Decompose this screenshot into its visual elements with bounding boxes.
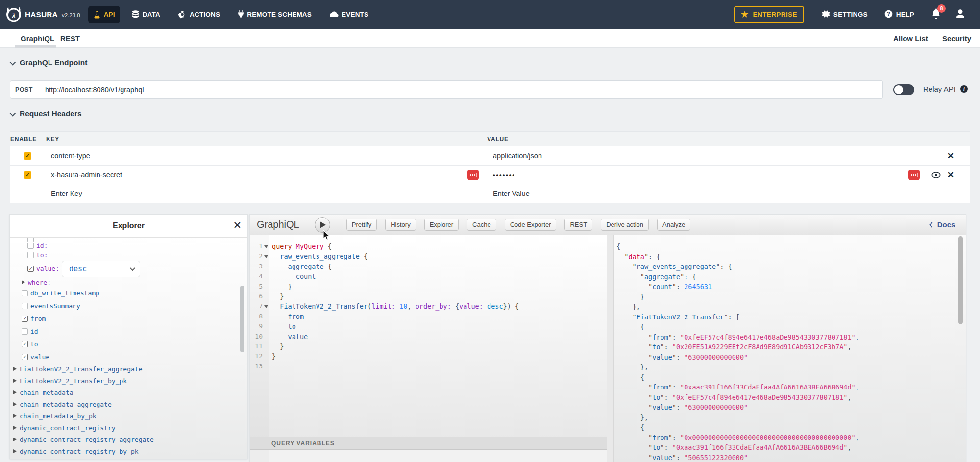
security-link[interactable]: Security	[942, 29, 971, 48]
header-enabled-checkbox[interactable]: ✓	[24, 171, 31, 179]
docs-button[interactable]: Docs	[919, 215, 966, 235]
explorer-item-dynamic-contract-registry-by-pk[interactable]: dynamic_contract_registry_by_pk	[10, 445, 247, 457]
toolbar-button-code-exporter[interactable]: Code Exporter	[505, 219, 557, 231]
top-navbar: λ HASURA v2.23.0 APIDATAACTIONSREMOTE SC…	[0, 0, 980, 29]
hasura-logo-icon[interactable]: λ	[5, 6, 22, 23]
unchecked-checkbox-icon	[22, 303, 28, 309]
explorer-item-value[interactable]: ✓value	[10, 350, 247, 363]
flask-icon	[93, 10, 101, 19]
explorer-item-label: dynamic_contract_registry	[20, 424, 116, 432]
endpoint-url-input[interactable]	[38, 80, 883, 99]
explorer-item-label: FiatTokenV2_2_Transfer_by_pk	[20, 377, 127, 385]
settings-button[interactable]: SETTINGS	[822, 10, 868, 20]
enterprise-button[interactable]: ★ ENTERPRISE	[734, 6, 804, 23]
explorer-item-FiatTokenV2-2-Transfer-by-pk[interactable]: FiatTokenV2_2_Transfer_by_pk	[10, 375, 247, 387]
line-number: 1	[259, 243, 263, 250]
query-editor[interactable]: 12345678910111213 query MyQuery { raw_ev…	[250, 235, 607, 437]
allow-list-link[interactable]: Allow List	[893, 29, 928, 48]
explorer-item-label: from	[30, 315, 46, 322]
explorer-item-id[interactable]: id	[10, 325, 247, 338]
gutter-line: 12	[250, 351, 269, 361]
variables-gutter	[250, 450, 269, 462]
code-line	[272, 362, 519, 371]
line-number: 8	[259, 313, 263, 320]
expand-arrow-icon	[13, 414, 17, 418]
password-manager-icon[interactable]	[908, 170, 920, 180]
nav-item-api[interactable]: API	[88, 6, 120, 23]
play-icon	[320, 221, 326, 228]
explorer-item-chain-metadata[interactable]: chain_metadata	[10, 387, 247, 398]
header-value-cell[interactable]: application/json✕	[487, 146, 970, 165]
explorer-item-chain-metadata-aggregate[interactable]: chain_metadata_aggregate	[10, 398, 247, 410]
relay-api-toggle[interactable]	[893, 84, 914, 95]
request-headers-heading[interactable]: Request Headers	[10, 109, 82, 118]
response-scrollbar[interactable]	[958, 236, 963, 324]
nav-item-label: REMOTE SCHEMAS	[247, 11, 312, 18]
explorer-item-label: to	[30, 340, 38, 348]
explorer-scrollbar[interactable]	[240, 286, 244, 352]
explorer-item-to[interactable]: ✓to	[10, 338, 247, 350]
new-header-key-input[interactable]: Enter Key	[46, 184, 487, 203]
explorer-item-FiatTokenV2-2-Transfer-aggregate[interactable]: FiatTokenV2_2_Transfer_aggregate	[10, 363, 247, 375]
header-value-cell[interactable]: •••••••✕	[487, 166, 970, 184]
explorer-item-where[interactable]: where:	[10, 278, 247, 287]
explorer-item-dynamic-contract-registry[interactable]: dynamic_contract_registry	[10, 422, 247, 434]
toolbar-button-prettify[interactable]: Prettify	[346, 219, 377, 231]
line-number: 5	[259, 283, 263, 290]
nav-item-events[interactable]: EVENTS	[329, 6, 368, 23]
remove-header-icon[interactable]: ✕	[947, 152, 954, 160]
nav-item-remote-schemas[interactable]: REMOTE SCHEMAS	[238, 6, 312, 23]
toolbar-button-history[interactable]: History	[385, 219, 416, 231]
explorer-item-label: eventsSummary	[30, 302, 80, 310]
header-enabled-checkbox[interactable]: ✓	[24, 152, 31, 160]
order-by-select[interactable]: desc	[62, 261, 140, 277]
query-variables-bar[interactable]: QUERY VARIABLES	[250, 437, 607, 450]
explorer-item-db-write-timestamp[interactable]: db_write_timestamp	[10, 287, 247, 299]
code-line: "FiatTokenV2_2_Transfer": [	[616, 312, 859, 322]
explorer-item-dynamic-contract-registry-aggregate[interactable]: dynamic_contract_registry_aggregate	[10, 434, 247, 445]
brand-name: HASURA	[25, 10, 58, 19]
checked-checkbox-icon: ✓	[22, 316, 28, 322]
user-menu-button[interactable]	[956, 9, 965, 21]
nav-item-actions[interactable]: ACTIONS	[178, 6, 220, 23]
remove-header-icon[interactable]: ✕	[947, 171, 954, 179]
password-manager-icon[interactable]	[467, 170, 479, 180]
toolbar-button-explorer[interactable]: Explorer	[424, 219, 459, 231]
toolbar-button-cache[interactable]: Cache	[467, 219, 496, 231]
nav-item-label: DATA	[143, 11, 160, 18]
toolbar-button-analyze[interactable]: Analyze	[657, 219, 690, 231]
fold-arrow-icon[interactable]	[264, 255, 268, 258]
fold-arrow-icon[interactable]	[264, 245, 268, 248]
editor-result-divider[interactable]	[607, 235, 614, 462]
header-key-cell[interactable]: content-type	[46, 146, 487, 165]
explorer-tree: id:to:✓value:descwhere:db_write_timestam…	[10, 238, 247, 459]
tab-rest[interactable]: REST	[60, 29, 80, 48]
toolbar-button-rest[interactable]: REST	[564, 219, 592, 231]
request-headers-title: Request Headers	[20, 109, 82, 118]
toolbar-button-derive-action[interactable]: Derive action	[601, 219, 649, 231]
clipped-checkbox-icon	[27, 238, 34, 242]
reveal-value-eye-icon[interactable]	[931, 172, 941, 178]
query-variables-editor[interactable]	[250, 450, 607, 462]
explorer-item-from[interactable]: ✓from	[10, 312, 247, 325]
new-header-value-input[interactable]: Enter Value	[487, 184, 970, 203]
help-button[interactable]: ? HELP	[884, 10, 914, 20]
explorer-item-eventsSummary[interactable]: eventsSummary	[10, 299, 247, 312]
explorer-item-value[interactable]: ✓value:desc	[10, 260, 247, 278]
explorer-close-icon[interactable]: ✕	[233, 220, 242, 230]
expand-arrow-icon	[22, 280, 25, 284]
page: λ HASURA v2.23.0 APIDATAACTIONSREMOTE SC…	[0, 0, 980, 462]
info-icon[interactable]: i	[960, 85, 968, 93]
header-key-cell[interactable]: x-hasura-admin-secret	[46, 166, 487, 184]
nav-item-data[interactable]: DATA	[131, 6, 160, 23]
explorer-item-chain-metadata-by-pk[interactable]: chain_metadata_by_pk	[10, 410, 247, 422]
svg-text:λ: λ	[12, 11, 16, 19]
graphql-endpoint-heading[interactable]: GraphQL Endpoint	[10, 58, 87, 67]
gutter-line: 9	[250, 321, 269, 331]
chevron-down-icon	[10, 59, 16, 65]
explorer-item-id[interactable]: id:	[10, 241, 247, 250]
execute-query-button[interactable]	[315, 217, 330, 233]
notifications-button[interactable]: 8	[931, 8, 941, 21]
explorer-item-to[interactable]: to:	[10, 250, 247, 260]
fold-arrow-icon[interactable]	[264, 305, 268, 308]
